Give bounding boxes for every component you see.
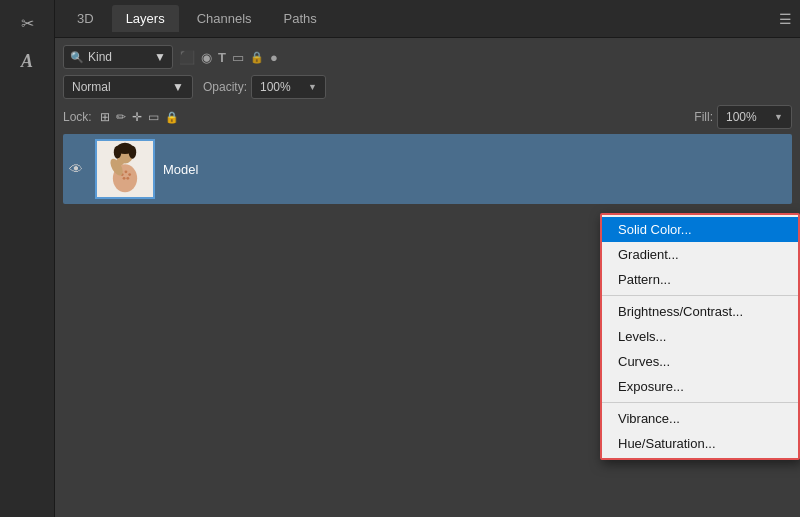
tab-channels[interactable]: Channels <box>183 5 266 32</box>
kind-dot-icon[interactable]: ● <box>270 50 278 65</box>
blend-mode-value: Normal <box>72 80 111 94</box>
menu-item-exposure[interactable]: Exposure... <box>602 374 798 399</box>
blend-row: Normal ▼ Opacity: 100% ▼ <box>63 74 792 100</box>
menu-separator-1 <box>602 295 798 296</box>
opacity-select[interactable]: 100% ▼ <box>251 75 326 99</box>
lock-all-icon[interactable]: 🔒 <box>165 111 179 124</box>
opacity-label: Opacity: <box>203 80 247 94</box>
kind-chevron-icon: ▼ <box>154 50 166 64</box>
main-panel: 3D Layers Channels Paths ☰ 🔍 Kind ▼ ⬛ ◉ … <box>55 0 800 517</box>
kind-select[interactable]: 🔍 Kind ▼ <box>63 45 173 69</box>
kind-filter-icons: ⬛ ◉ T ▭ 🔒 ● <box>179 50 278 65</box>
svg-point-12 <box>117 158 124 165</box>
kind-label: Kind <box>88 50 112 64</box>
tab-paths[interactable]: Paths <box>270 5 331 32</box>
svg-point-9 <box>123 177 126 180</box>
layer-visibility-icon[interactable]: 👁 <box>69 161 83 177</box>
opacity-row: Opacity: 100% ▼ <box>203 75 326 99</box>
search-icon: 🔍 <box>70 51 84 64</box>
tab-3d[interactable]: 3D <box>63 5 108 32</box>
svg-point-4 <box>129 146 136 159</box>
menu-item-levels[interactable]: Levels... <box>602 324 798 349</box>
cut-tool-icon[interactable]: ✂ <box>12 8 42 38</box>
kind-row: 🔍 Kind ▼ ⬛ ◉ T ▭ 🔒 ● <box>63 44 792 70</box>
kind-adjustment-icon[interactable]: ◉ <box>201 50 212 65</box>
fill-chevron-icon: ▼ <box>774 112 783 122</box>
svg-point-7 <box>125 170 128 173</box>
menu-separator-2 <box>602 402 798 403</box>
menu-item-vibrance[interactable]: Vibrance... <box>602 406 798 431</box>
lock-position-icon[interactable]: ✛ <box>132 110 142 124</box>
kind-pixel-icon[interactable]: ⬛ <box>179 50 195 65</box>
lock-row: Lock: ⊞ ✏ ✛ ▭ 🔒 Fill: 100% ▼ <box>63 104 792 130</box>
context-menu: Solid Color... Gradient... Pattern... Br… <box>600 213 800 460</box>
lock-pixels-icon[interactable]: ⊞ <box>100 110 110 124</box>
fill-row: Fill: 100% ▼ <box>694 105 792 129</box>
menu-item-hue-saturation[interactable]: Hue/Saturation... <box>602 431 798 456</box>
tab-layers[interactable]: Layers <box>112 5 179 32</box>
kind-smartobj-icon[interactable]: 🔒 <box>250 51 264 64</box>
fill-select[interactable]: 100% ▼ <box>717 105 792 129</box>
menu-item-brightness-contrast[interactable]: Brightness/Contrast... <box>602 299 798 324</box>
menu-item-gradient[interactable]: Gradient... <box>602 242 798 267</box>
fill-label: Fill: <box>694 110 713 124</box>
layers-panel: 🔍 Kind ▼ ⬛ ◉ T ▭ 🔒 ● Normal ▼ Opacity: <box>55 38 800 517</box>
layer-name: Model <box>163 162 198 177</box>
lock-image-icon[interactable]: ✏ <box>116 110 126 124</box>
opacity-chevron-icon: ▼ <box>308 82 317 92</box>
panel-menu-icon[interactable]: ☰ <box>779 11 792 27</box>
opacity-value: 100% <box>260 80 291 94</box>
lock-artboard-icon[interactable]: ▭ <box>148 110 159 124</box>
lock-label: Lock: <box>63 110 92 124</box>
left-toolbar: ✂ A <box>0 0 55 517</box>
menu-item-solid-color[interactable]: Solid Color... <box>602 217 798 242</box>
tabs-row: 3D Layers Channels Paths ☰ <box>55 0 800 38</box>
menu-item-pattern[interactable]: Pattern... <box>602 267 798 292</box>
lock-icons: ⊞ ✏ ✛ ▭ 🔒 <box>100 110 179 124</box>
kind-shape-icon[interactable]: ▭ <box>232 50 244 65</box>
menu-item-curves[interactable]: Curves... <box>602 349 798 374</box>
blend-mode-select[interactable]: Normal ▼ <box>63 75 193 99</box>
svg-point-10 <box>126 177 129 180</box>
svg-point-8 <box>128 173 131 176</box>
fill-value: 100% <box>726 110 757 124</box>
layer-thumbnail-svg <box>97 141 153 197</box>
type-tool-icon[interactable]: A <box>12 46 42 76</box>
kind-type-icon[interactable]: T <box>218 50 226 65</box>
layer-thumbnail <box>95 139 155 199</box>
layer-item[interactable]: 👁 <box>63 134 792 204</box>
blend-mode-chevron-icon: ▼ <box>172 80 184 94</box>
svg-point-3 <box>114 146 121 159</box>
